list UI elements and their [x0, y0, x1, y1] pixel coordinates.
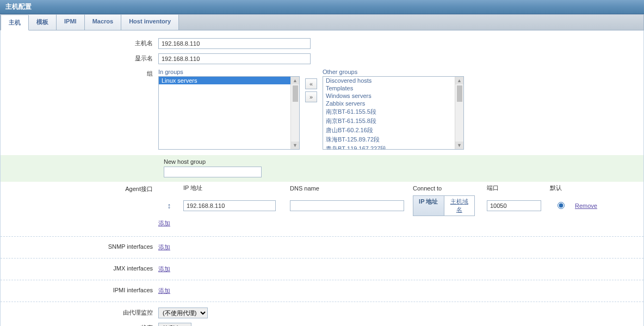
- groups-label: 组: [1, 67, 158, 80]
- in-group-item[interactable]: Linux servers: [159, 77, 299, 84]
- agent-ip-input[interactable]: [183, 200, 276, 211]
- tab-templates[interactable]: 模板: [29, 15, 57, 30]
- form-area: 主机名 显示名 组 In groups Linux servers: [0, 30, 644, 326]
- new-group-input[interactable]: [164, 167, 262, 177]
- other-group-item[interactable]: Discovered hosts: [323, 77, 463, 84]
- agent-remove-link[interactable]: Remove: [575, 202, 597, 209]
- new-group-label: New host group: [164, 158, 643, 165]
- tab-ipmi[interactable]: IPMI: [57, 15, 85, 30]
- other-groups-listbox[interactable]: Discovered hosts Templates Windows serve…: [323, 76, 464, 150]
- connect-ip-option[interactable]: IP 地址: [413, 196, 444, 216]
- other-group-item[interactable]: Windows servers: [323, 92, 463, 100]
- snmp-interfaces-label: SNMP interfaces: [1, 241, 158, 252]
- other-group-item[interactable]: Templates: [323, 84, 463, 92]
- status-label: 状态: [1, 322, 158, 326]
- hostname-label: 主机名: [1, 37, 158, 50]
- proxy-label: 由代理监控: [1, 306, 158, 319]
- new-group-band: New host group: [1, 155, 643, 182]
- ipmi-add-link[interactable]: 添加: [158, 286, 170, 296]
- scroll-thumb[interactable]: [457, 85, 462, 102]
- col-port-label: 端口: [487, 184, 547, 195]
- col-default-label: 默认: [550, 184, 572, 195]
- displayname-label: 显示名: [1, 52, 158, 65]
- tab-macros[interactable]: Macros: [85, 15, 122, 30]
- tab-host[interactable]: 主机: [1, 15, 29, 30]
- col-dns-label: DNS name: [290, 185, 410, 195]
- drag-handle-icon[interactable]: ↕: [158, 201, 180, 210]
- agent-dns-input[interactable]: [290, 200, 404, 211]
- other-group-item[interactable]: 珠海BT-125.89.72段: [323, 135, 463, 144]
- displayname-input[interactable]: [158, 53, 311, 64]
- scrollbar[interactable]: ▲ ▼: [290, 77, 299, 149]
- scroll-thumb[interactable]: [293, 85, 298, 102]
- in-groups-listbox[interactable]: Linux servers ▲ ▼: [158, 76, 300, 150]
- move-left-button[interactable]: «: [305, 78, 317, 89]
- other-groups-label: Other groups: [323, 69, 464, 75]
- proxy-select[interactable]: (不使用代理): [158, 307, 208, 318]
- titlebar: 主机配置: [0, 0, 644, 14]
- col-connect-label: Connect to: [413, 185, 484, 195]
- connect-to-toggle: IP 地址 主机域名: [413, 195, 475, 216]
- status-select[interactable]: 检测中: [158, 323, 191, 326]
- other-group-item[interactable]: 南京BT-61.155.5段: [323, 107, 463, 116]
- other-group-item[interactable]: 青岛BT-119.167.227段: [323, 144, 463, 150]
- other-group-item[interactable]: 唐山BT-60.2.16段: [323, 126, 463, 135]
- connect-dns-option[interactable]: 主机域名: [444, 196, 475, 216]
- agent-port-input[interactable]: [487, 200, 541, 211]
- hostname-input[interactable]: [158, 38, 311, 49]
- scroll-up-icon[interactable]: ▲: [291, 77, 299, 84]
- col-ip-label: IP 地址: [183, 184, 287, 195]
- ipmi-interfaces-label: IPMI interfaces: [1, 285, 158, 296]
- tab-host-inventory[interactable]: Host inventory: [121, 15, 179, 30]
- scroll-down-icon[interactable]: ▼: [291, 142, 299, 149]
- agent-interfaces-label: Agent接口: [1, 183, 158, 195]
- tabbar: 主机 模板 IPMI Macros Host inventory: [0, 14, 644, 30]
- agent-add-link[interactable]: 添加: [158, 218, 170, 229]
- jmx-interfaces-label: JMX interfaces: [1, 263, 158, 274]
- snmp-add-link[interactable]: 添加: [158, 242, 170, 253]
- scroll-up-icon[interactable]: ▲: [455, 77, 463, 84]
- scroll-down-icon[interactable]: ▼: [455, 142, 463, 149]
- move-right-button[interactable]: »: [305, 91, 317, 102]
- other-group-item[interactable]: Zabbix servers: [323, 100, 463, 107]
- other-group-item[interactable]: 南京BT-61.155.8段: [323, 116, 463, 126]
- scrollbar[interactable]: ▲ ▼: [455, 77, 463, 149]
- in-groups-label: In groups: [158, 69, 300, 75]
- jmx-add-link[interactable]: 添加: [158, 264, 170, 274]
- agent-default-radio[interactable]: [558, 202, 565, 209]
